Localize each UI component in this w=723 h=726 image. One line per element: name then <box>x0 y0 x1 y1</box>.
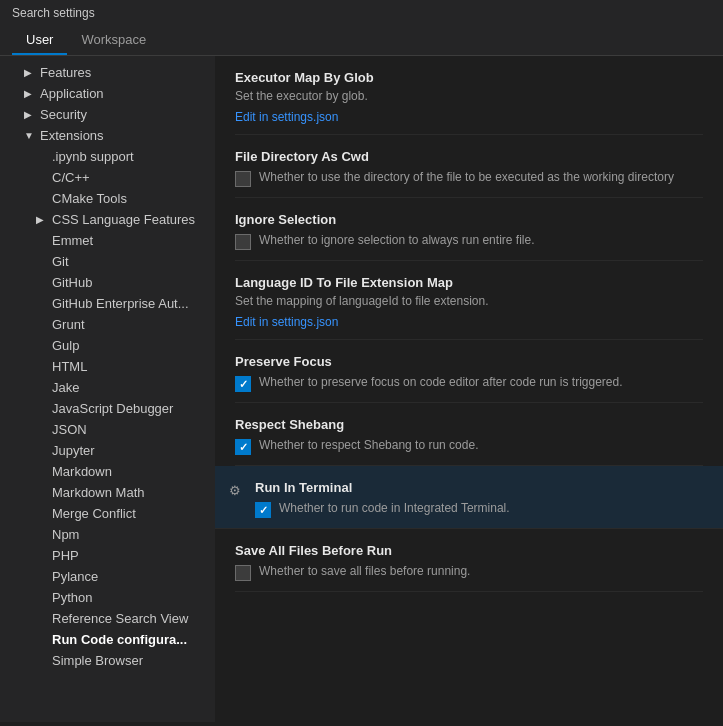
checkbox-label: Whether to respect Shebang to run code. <box>259 438 478 452</box>
checkbox-file-directory[interactable] <box>235 171 251 187</box>
chevron-right-icon: ▶ <box>24 109 36 120</box>
sidebar-item-git[interactable]: Git <box>0 251 215 272</box>
setting-desc: Set the mapping of languageId to file ex… <box>235 294 703 308</box>
checkbox-respect-shebang[interactable] <box>235 439 251 455</box>
checkbox-label: Whether to run code in Integrated Termin… <box>279 501 510 515</box>
settings-content: Executor Map By Glob Set the executor by… <box>215 56 723 722</box>
sidebar-item-grunt[interactable]: Grunt <box>0 314 215 335</box>
checkbox-label: Whether to preserve focus on code editor… <box>259 375 623 389</box>
sidebar-item-css-language-features[interactable]: ▶ CSS Language Features <box>0 209 215 230</box>
setting-ignore-selection: Ignore Selection Whether to ignore selec… <box>235 198 703 261</box>
sidebar: ▶ Features ▶ Application ▶ Security ▼ Ex… <box>0 56 215 722</box>
sidebar-item-reference-search-view[interactable]: Reference Search View <box>0 608 215 629</box>
setting-title: Preserve Focus <box>235 354 703 369</box>
setting-run-in-terminal: ⚙ Run In Terminal Whether to run code in… <box>215 466 723 529</box>
setting-language-id-map: Language ID To File Extension Map Set th… <box>235 261 703 340</box>
sidebar-item-github-enterprise[interactable]: GitHub Enterprise Aut... <box>0 293 215 314</box>
sidebar-item-emmet[interactable]: Emmet <box>0 230 215 251</box>
sidebar-item-html[interactable]: HTML <box>0 356 215 377</box>
sidebar-item-json[interactable]: JSON <box>0 419 215 440</box>
checkbox-row: Whether to run code in Integrated Termin… <box>255 501 703 518</box>
tab-workspace[interactable]: Workspace <box>67 26 160 55</box>
checkbox-row: Whether to save all files before running… <box>235 564 703 581</box>
tab-bar: User Workspace <box>12 26 711 55</box>
sidebar-item-run-code-configuration[interactable]: Run Code configura... <box>0 629 215 650</box>
chevron-right-icon: ▶ <box>24 88 36 99</box>
setting-preserve-focus: Preserve Focus Whether to preserve focus… <box>235 340 703 403</box>
sidebar-item-npm[interactable]: Npm <box>0 524 215 545</box>
checkbox-ignore-selection[interactable] <box>235 234 251 250</box>
sidebar-item-simple-browser[interactable]: Simple Browser <box>0 650 215 671</box>
sidebar-item-jake[interactable]: Jake <box>0 377 215 398</box>
setting-desc: Set the executor by glob. <box>235 89 703 103</box>
sidebar-item-javascript-debugger[interactable]: JavaScript Debugger <box>0 398 215 419</box>
chevron-down-icon: ▼ <box>24 130 36 141</box>
sidebar-item-merge-conflict[interactable]: Merge Conflict <box>0 503 215 524</box>
settings-header: Search settings User Workspace <box>0 0 723 56</box>
sidebar-item-markdown-math[interactable]: Markdown Math <box>0 482 215 503</box>
sidebar-item-php[interactable]: PHP <box>0 545 215 566</box>
gear-icon[interactable]: ⚙ <box>225 480 245 500</box>
checkbox-row: Whether to preserve focus on code editor… <box>235 375 703 392</box>
sidebar-item-pylance[interactable]: Pylance <box>0 566 215 587</box>
sidebar-item-cmake-tools[interactable]: CMake Tools <box>0 188 215 209</box>
checkbox-row: Whether to respect Shebang to run code. <box>235 438 703 455</box>
sidebar-item-python[interactable]: Python <box>0 587 215 608</box>
sidebar-item-cpp[interactable]: C/C++ <box>0 167 215 188</box>
setting-title: Executor Map By Glob <box>235 70 703 85</box>
checkbox-row: Whether to ignore selection to always ru… <box>235 233 703 250</box>
checkbox-save-all-files[interactable] <box>235 565 251 581</box>
checkbox-label: Whether to ignore selection to always ru… <box>259 233 534 247</box>
setting-title: File Directory As Cwd <box>235 149 703 164</box>
sidebar-item-extensions[interactable]: ▼ Extensions <box>0 125 215 146</box>
setting-title: Save All Files Before Run <box>235 543 703 558</box>
header-title: Search settings <box>12 6 711 26</box>
setting-title: Run In Terminal <box>255 480 703 495</box>
setting-title: Language ID To File Extension Map <box>235 275 703 290</box>
tab-user[interactable]: User <box>12 26 67 55</box>
checkbox-preserve-focus[interactable] <box>235 376 251 392</box>
setting-respect-shebang: Respect Shebang Whether to respect Sheba… <box>235 403 703 466</box>
chevron-right-icon: ▶ <box>36 214 48 225</box>
sidebar-item-markdown[interactable]: Markdown <box>0 461 215 482</box>
setting-title: Ignore Selection <box>235 212 703 227</box>
sidebar-item-ipynb-support[interactable]: .ipynb support <box>0 146 215 167</box>
sidebar-item-application[interactable]: ▶ Application <box>0 83 215 104</box>
sidebar-item-features[interactable]: ▶ Features <box>0 62 215 83</box>
edit-in-settings-link[interactable]: Edit in settings.json <box>235 110 338 124</box>
checkbox-run-in-terminal[interactable] <box>255 502 271 518</box>
sidebar-item-github[interactable]: GitHub <box>0 272 215 293</box>
main-layout: ▶ Features ▶ Application ▶ Security ▼ Ex… <box>0 56 723 722</box>
sidebar-item-jupyter[interactable]: Jupyter <box>0 440 215 461</box>
chevron-right-icon: ▶ <box>24 67 36 78</box>
sidebar-item-security[interactable]: ▶ Security <box>0 104 215 125</box>
checkbox-label: Whether to save all files before running… <box>259 564 470 578</box>
edit-in-settings-link[interactable]: Edit in settings.json <box>235 315 338 329</box>
setting-file-directory-as-cwd: File Directory As Cwd Whether to use the… <box>235 135 703 198</box>
setting-title: Respect Shebang <box>235 417 703 432</box>
setting-save-all-files: Save All Files Before Run Whether to sav… <box>235 529 703 592</box>
sidebar-item-gulp[interactable]: Gulp <box>0 335 215 356</box>
checkbox-row: Whether to use the directory of the file… <box>235 170 703 187</box>
setting-executor-map-by-glob: Executor Map By Glob Set the executor by… <box>235 56 703 135</box>
checkbox-label: Whether to use the directory of the file… <box>259 170 674 184</box>
